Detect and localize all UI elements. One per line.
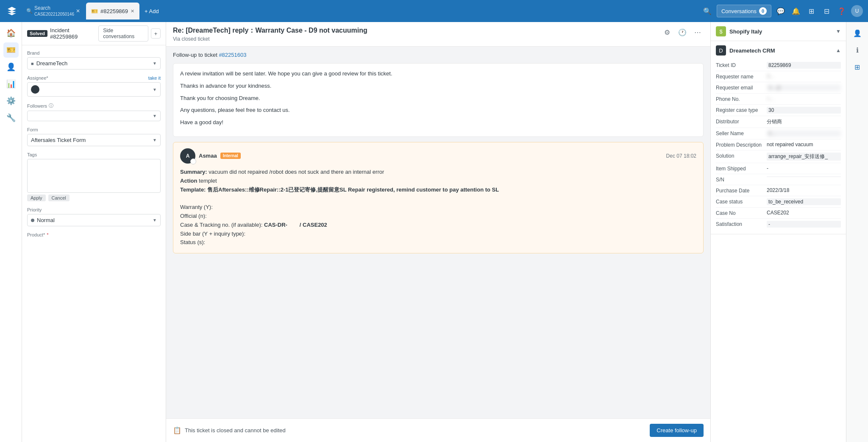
followers-select[interactable]: ▼ bbox=[27, 111, 161, 121]
user-info-icon[interactable]: 👤 bbox=[850, 25, 865, 41]
search-tab[interactable]: 🔍 SearchCASE202212050146 ✕ bbox=[22, 3, 84, 19]
internal-message: A ✎ Asmaa Internal Dec 07 18:02 Summary:… bbox=[173, 142, 704, 253]
note-icon: 📋 bbox=[173, 426, 181, 434]
crm-field-label: Register case type bbox=[716, 107, 767, 113]
priority-select[interactable]: Normal ▼ bbox=[27, 214, 161, 226]
conversations-badge: 0 bbox=[759, 7, 767, 15]
dreame-collapse-icon: ▲ bbox=[836, 47, 841, 53]
crm-field-label: Requester name bbox=[716, 73, 767, 80]
ticket-title-area: Re: [DreameTech] reply：Warranty Case - D… bbox=[166, 22, 710, 47]
crm-row: Case NoCASE202 bbox=[716, 208, 841, 219]
search-tab-label: SearchCASE202212050146 bbox=[34, 5, 74, 17]
form-chevron-icon: ▼ bbox=[153, 138, 157, 142]
main-content: Re: [DreameTech] reply：Warranty Case - D… bbox=[166, 22, 710, 442]
more-options-icon[interactable]: ⋯ bbox=[692, 26, 704, 38]
crm-field-label: Problem Description bbox=[716, 142, 767, 148]
crm-field-value: not repaired vacuum bbox=[767, 142, 841, 147]
ticket-info-icon[interactable]: ℹ bbox=[850, 42, 865, 58]
filter-icon[interactable]: ⚙ bbox=[661, 26, 673, 38]
app-logo[interactable] bbox=[5, 4, 19, 18]
help-icon[interactable]: ❓ bbox=[836, 5, 848, 17]
brand-select[interactable]: ■ DreameTech ▼ bbox=[27, 57, 161, 69]
search-nav-icon[interactable]: 🔍 bbox=[701, 5, 713, 17]
home-icon[interactable]: 🏠 bbox=[3, 25, 19, 41]
crm-row: S/N bbox=[716, 174, 841, 185]
messages-area: Follow-up to ticket #82251603 A review i… bbox=[166, 47, 710, 418]
priority-chevron-icon: ▼ bbox=[153, 218, 157, 222]
left-panel-content: Brand ■ DreameTech ▼ Assignee* take it bbox=[22, 45, 166, 442]
reply-message: A review invitation will be sent later. … bbox=[173, 63, 704, 137]
nav-right-actions: 🔍 Conversations 0 💬 🔔 ⊞ ⊟ ❓ U bbox=[701, 5, 863, 17]
crm-icon-sidebar[interactable]: ⊞ bbox=[850, 59, 865, 75]
history-icon[interactable]: 🕐 bbox=[676, 26, 688, 38]
followers-label: Followers ⓘ bbox=[27, 103, 161, 109]
crm-row: Distributor分销商 bbox=[716, 116, 841, 128]
conversations-button[interactable]: Conversations 0 bbox=[717, 5, 771, 17]
assignee-label: Assignee* take it bbox=[27, 75, 161, 81]
author-name: Asmaa bbox=[199, 153, 217, 159]
priority-label: Priority bbox=[27, 207, 161, 212]
followers-chevron-icon: ▼ bbox=[153, 114, 157, 118]
top-navigation: 🔍 SearchCASE202212050146 ✕ 🎫 #82259869 ✕… bbox=[0, 0, 868, 22]
followers-field: Followers ⓘ ▼ bbox=[27, 103, 161, 121]
left-sidebar-icons: 🏠 🎫 👤 📊 ⚙️ 🔧 bbox=[0, 22, 22, 442]
crm-field-label: Case status bbox=[716, 198, 767, 205]
apps-icon[interactable]: ⊟ bbox=[821, 5, 832, 17]
solved-badge: Solved bbox=[27, 30, 47, 37]
crm-field-value: 30 bbox=[767, 107, 841, 114]
add-tab-button[interactable]: + Add bbox=[141, 6, 162, 16]
add-conversation-button[interactable]: + bbox=[151, 28, 161, 39]
settings-icon[interactable]: ⚙️ bbox=[3, 93, 19, 108]
left-panel: Solved Incident #82259869 Side conversat… bbox=[22, 22, 166, 442]
search-tab-close[interactable]: ✕ bbox=[76, 8, 80, 14]
dreame-crm-title: Dreametech CRM bbox=[729, 47, 775, 54]
ticket-tab[interactable]: 🎫 #82259869 ✕ bbox=[86, 3, 139, 19]
tags-label: Tags bbox=[27, 152, 161, 157]
tickets-icon[interactable]: 🎫 bbox=[3, 42, 19, 58]
admin-icon[interactable]: 🔧 bbox=[3, 110, 19, 125]
crm-field-value: to_be_received bbox=[767, 198, 841, 205]
bell-icon[interactable]: 🔔 bbox=[790, 5, 802, 17]
avatar-edit-icon: ✎ bbox=[190, 158, 196, 164]
crm-field-value: 分销商 bbox=[767, 118, 841, 125]
shopify-crm-header[interactable]: $ Shopify Italy ▼ bbox=[711, 22, 846, 41]
closed-ticket-notice: 📋 This ticket is closed and cannot be ed… bbox=[173, 426, 286, 434]
cancel-tags-button[interactable]: Cancel bbox=[48, 195, 70, 201]
assignee-select[interactable]: ▼ bbox=[27, 82, 161, 97]
crm-field-value: 2022/3/18 bbox=[767, 187, 841, 193]
tab-bar: 🔍 SearchCASE202212050146 ✕ 🎫 #82259869 ✕… bbox=[22, 3, 698, 19]
contacts-icon[interactable]: 👤 bbox=[3, 59, 19, 75]
crm-field-label: Requester email bbox=[716, 84, 767, 91]
shopify-crm-section: $ Shopify Italy ▼ bbox=[711, 22, 846, 41]
reporting-icon[interactable]: 📊 bbox=[3, 76, 19, 92]
chat-icon[interactable]: 💬 bbox=[775, 5, 787, 17]
form-select[interactable]: Aftersales Ticket Form ▼ bbox=[27, 134, 161, 146]
internal-message-header: A ✎ Asmaa Internal Dec 07 18:02 bbox=[180, 148, 696, 164]
author-avatar: A ✎ bbox=[180, 148, 195, 164]
apply-tags-button[interactable]: Apply bbox=[27, 195, 46, 201]
product-field: Product* * bbox=[27, 232, 161, 237]
side-conversations-button[interactable]: Side conversations bbox=[98, 25, 148, 42]
crm-field-label: Satisfaction bbox=[716, 221, 767, 227]
ticket-via: Via closed ticket bbox=[173, 36, 367, 42]
crm-field-value bbox=[767, 176, 841, 177]
follow-up-link[interactable]: #82251603 bbox=[219, 52, 246, 58]
crm-field-label: S/N bbox=[716, 176, 767, 183]
shopify-crm-title: Shopify Italy bbox=[729, 28, 762, 35]
create-followup-button[interactable]: Create follow-up bbox=[650, 424, 704, 437]
dreame-crm-section: D Dreametech CRM ▲ Ticket ID82259869Requ… bbox=[711, 41, 846, 234]
user-avatar[interactable]: U bbox=[851, 5, 863, 17]
crm-field-value: - bbox=[767, 221, 841, 228]
shopify-icon: $ bbox=[716, 26, 726, 36]
ticket-tab-close[interactable]: ✕ bbox=[131, 8, 134, 14]
grid-icon[interactable]: ⊞ bbox=[805, 5, 817, 17]
tags-input-area[interactable] bbox=[27, 159, 161, 193]
crm-field-value: arrange_repair_安排送修_ bbox=[767, 153, 841, 161]
followers-info-icon[interactable]: ⓘ bbox=[49, 103, 53, 109]
priority-dot-icon bbox=[31, 219, 34, 222]
dreame-crm-header[interactable]: D Dreametech CRM ▲ bbox=[711, 41, 846, 60]
take-it-link[interactable]: take it bbox=[148, 75, 161, 81]
tags-footer: Apply Cancel bbox=[27, 195, 161, 201]
crm-field-label: Case No bbox=[716, 210, 767, 216]
right-sidebar-icons: 👤 ℹ ⊞ bbox=[846, 22, 868, 442]
